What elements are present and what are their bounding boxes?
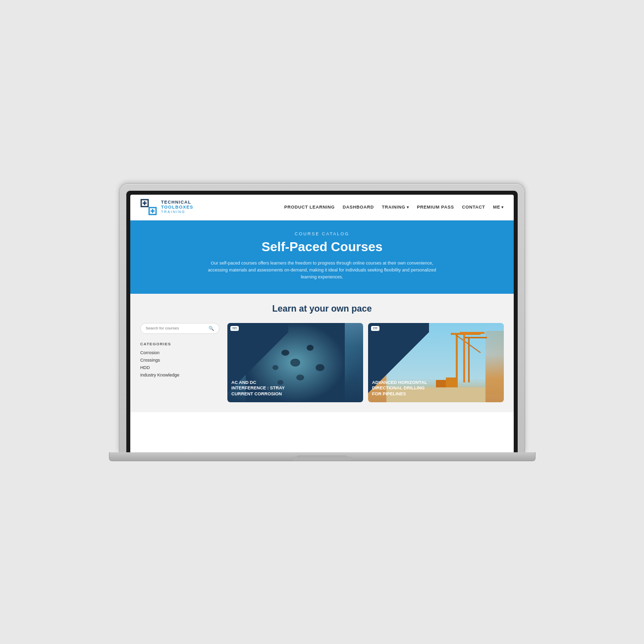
search-icon[interactable]: 🔍 [209,326,214,331]
category-hdd[interactable]: HDD [140,365,219,370]
logo-training: TRAINING [161,210,193,214]
nav-dashboard[interactable]: DASHBOARD [343,205,374,210]
nav-training[interactable]: TRAINING [382,205,409,210]
sidebar: 🔍 CATEGORIES Corrosion Crossings HDD Ind… [140,323,219,402]
laptop-base [109,452,536,461]
svg-point-10 [307,345,314,351]
svg-point-8 [290,359,300,367]
course-title-2: ADVANCED HORIZONTAL DIRECTIONAL DRILLING… [372,380,431,397]
search-input[interactable] [146,326,209,330]
logo-toolboxes: TOOLBOXES [161,205,193,210]
card-logo-1: TTT [230,326,239,331]
category-crossings[interactable]: Crossings [140,358,219,363]
screen: TECHNICAL TOOLBOXES TRAINING PRODUCT LEA… [130,195,514,452]
navbar: TECHNICAL TOOLBOXES TRAINING PRODUCT LEA… [130,195,514,220]
nav-me[interactable]: ME [493,205,504,210]
course-title-1: AC AND DC INTERFERENCE : STRAY CURRENT C… [231,380,291,397]
svg-rect-23 [465,337,487,338]
svg-rect-17 [456,333,458,387]
trackpad[interactable] [297,456,347,460]
svg-rect-25 [446,377,456,387]
card-logo-2: TTT [371,326,379,331]
logo-text: TECHNICAL TOOLBOXES TRAINING [161,200,193,214]
svg-point-11 [316,364,324,371]
nav-premium-pass[interactable]: PREMIUM PASS [417,205,454,210]
laptop: TECHNICAL TOOLBOXES TRAINING PRODUCT LEA… [119,183,525,461]
courses-grid: TTT AC AND DC INTERFERENCE : STRAY CURRE… [227,323,504,402]
svg-point-12 [296,375,304,380]
svg-rect-22 [468,338,470,382]
main-content: Learn at your own pace 🔍 CATEGORIES [130,294,514,412]
course-card-1[interactable]: TTT AC AND DC INTERFERENCE : STRAY CURRE… [227,323,363,402]
category-industry-knowledge[interactable]: Industry Knowledge [140,373,219,377]
hero-title: Self-Paced Courses [140,239,504,255]
logo-area: TECHNICAL TOOLBOXES TRAINING [140,199,193,215]
nav-links: PRODUCT LEARNING DASHBOARD TRAINING PREM… [284,205,504,210]
category-corrosion[interactable]: Corrosion [140,350,219,355]
nav-contact[interactable]: CONTACT [462,205,485,210]
search-box[interactable]: 🔍 [140,323,219,334]
hero-description: Our self-paced courses offers learners t… [203,260,441,281]
course-card-2[interactable]: TTT ADVANCED HORIZONTAL DIRECTIONAL DRIL… [368,323,504,402]
logo-icon [140,199,157,215]
svg-rect-21 [460,332,484,334]
screen-bezel: TECHNICAL TOOLBOXES TRAINING PRODUCT LEA… [126,191,518,452]
nav-product-learning[interactable]: PRODUCT LEARNING [284,205,335,210]
content-layout: 🔍 CATEGORIES Corrosion Crossings HDD Ind… [140,323,504,402]
categories-label: CATEGORIES [140,342,219,346]
scene: TECHNICAL TOOLBOXES TRAINING PRODUCT LEA… [99,99,545,545]
section-title: Learn at your own pace [140,304,504,314]
laptop-lid: TECHNICAL TOOLBOXES TRAINING PRODUCT LEA… [119,183,525,452]
hero-section: COURSE CATALOG Self-Paced Courses Our se… [130,220,514,294]
svg-rect-20 [463,333,465,382]
hero-subtitle: COURSE CATALOG [140,231,504,236]
website: TECHNICAL TOOLBOXES TRAINING PRODUCT LEA… [130,195,514,452]
